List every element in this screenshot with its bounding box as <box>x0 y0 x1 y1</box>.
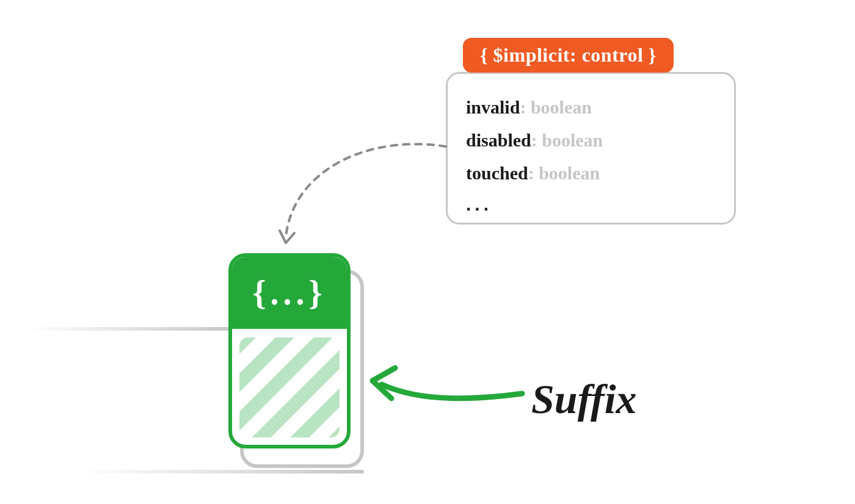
ellipsis: ... <box>466 190 716 219</box>
suffix-label: Suffix <box>531 375 637 423</box>
suffix-arrow <box>354 348 531 427</box>
braces-icon: {...} <box>252 273 326 312</box>
property-row: disabled: boolean <box>466 124 716 157</box>
property-type: boolean <box>531 97 592 117</box>
capsule-body-slot <box>239 337 340 437</box>
property-row: invalid: boolean <box>466 91 716 124</box>
colon: : <box>528 163 539 183</box>
template-capsule: {...} <box>228 253 351 448</box>
colon: : <box>531 130 542 150</box>
property-row: touched: boolean <box>466 157 716 190</box>
property-key: touched <box>466 163 528 183</box>
capsule-header: {...} <box>232 257 347 329</box>
property-key: disabled <box>466 130 531 150</box>
context-pill: { $implicit: control } <box>463 38 674 73</box>
context-object-box: invalid: boolean disabled: boolean touch… <box>446 72 736 225</box>
dashed-arrow <box>256 110 470 256</box>
property-type: boolean <box>539 163 600 183</box>
property-key: invalid <box>466 97 520 117</box>
svg-rect-2 <box>239 337 340 437</box>
property-type: boolean <box>542 130 603 150</box>
colon: : <box>520 97 531 117</box>
